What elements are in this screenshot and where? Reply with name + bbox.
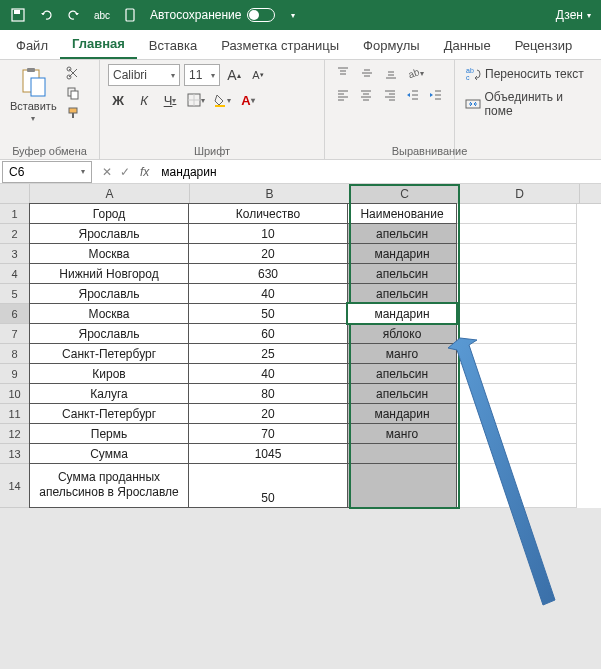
align-bottom-button[interactable] [381,64,401,82]
cell[interactable]: 1045 [188,443,348,464]
copy-button[interactable] [63,84,83,102]
wrap-text-button[interactable]: abc Переносить текст [463,64,593,84]
cell[interactable]: 20 [188,403,348,424]
align-center-button[interactable] [356,86,375,104]
toggle-switch-icon[interactable] [247,8,275,22]
user-menu[interactable]: Дзен ▾ [556,8,591,22]
cell[interactable]: Ярославль [29,323,189,344]
cell[interactable]: Наименование [347,203,457,224]
fill-color-button[interactable]: ▾ [212,90,232,110]
fx-icon[interactable]: fx [140,165,149,179]
cell[interactable]: Санкт-Петербург [29,343,189,364]
cell[interactable]: апельсин [347,283,457,304]
row-header[interactable]: 1 [0,204,30,224]
cell[interactable]: Москва [29,303,189,324]
column-header-a[interactable]: A [30,184,190,203]
cell[interactable] [457,364,577,384]
increase-font-button[interactable]: A▴ [224,65,244,85]
cell[interactable]: мандарин [347,243,457,264]
cell[interactable] [457,244,577,264]
cell[interactable]: 20 [188,243,348,264]
cell[interactable]: 25 [188,343,348,364]
italic-button[interactable]: К [134,90,154,110]
tab-review[interactable]: Рецензир [503,32,585,59]
cell[interactable]: 40 [188,363,348,384]
orientation-button[interactable]: ab▾ [405,64,425,82]
underline-button[interactable]: Ч ▾ [160,90,180,110]
align-top-button[interactable] [333,64,353,82]
format-painter-button[interactable] [63,104,83,122]
cell[interactable]: апельсин [347,363,457,384]
row-header[interactable]: 5 [0,284,30,304]
save-icon[interactable] [10,7,26,23]
cell[interactable]: яблоко [347,323,457,344]
redo-icon[interactable] [66,7,82,23]
row-header[interactable]: 14 [0,464,30,508]
cell[interactable] [457,204,577,224]
cell[interactable] [347,443,457,464]
row-header[interactable]: 7 [0,324,30,344]
font-size-select[interactable]: 11▾ [184,64,220,86]
increase-indent-button[interactable] [427,86,446,104]
cell[interactable] [457,344,577,364]
cell[interactable]: Санкт-Петербург [29,403,189,424]
row-header[interactable]: 11 [0,404,30,424]
formula-input[interactable]: мандарин [157,165,601,179]
cell[interactable] [457,264,577,284]
cell[interactable]: апельсин [347,263,457,284]
border-button[interactable]: ▾ [186,90,206,110]
paste-button[interactable]: Вставить ▾ [8,64,59,125]
cell[interactable]: Сумма проданных апельсинов в Ярославле [29,463,189,508]
column-header-b[interactable]: B [190,184,350,203]
cell[interactable] [457,424,577,444]
cell[interactable] [457,464,577,508]
align-right-button[interactable] [380,86,399,104]
chevron-down-icon[interactable]: ▾ [291,11,295,20]
cell[interactable]: Нижний Новгород [29,263,189,284]
cell[interactable]: 50 [188,303,348,324]
decrease-indent-button[interactable] [403,86,422,104]
decrease-font-button[interactable]: A▾ [248,65,268,85]
cell[interactable] [457,444,577,464]
cell[interactable]: 50 [188,463,348,508]
font-name-select[interactable]: Calibri▾ [108,64,180,86]
cell[interactable] [347,463,457,508]
tab-home[interactable]: Главная [60,30,137,59]
row-header[interactable]: 4 [0,264,30,284]
cell[interactable] [457,304,577,324]
cell[interactable] [457,284,577,304]
cell[interactable]: 630 [188,263,348,284]
cell[interactable]: 10 [188,223,348,244]
cell[interactable]: Киров [29,363,189,384]
autosave-toggle[interactable]: Автосохранение ▾ [150,8,295,22]
name-box[interactable]: C6▾ [2,161,92,183]
row-header[interactable]: 8 [0,344,30,364]
tab-file[interactable]: Файл [4,32,60,59]
cell[interactable]: Количество [188,203,348,224]
confirm-icon[interactable]: ✓ [120,165,130,179]
row-header[interactable]: 12 [0,424,30,444]
cell[interactable]: Калуга [29,383,189,404]
bold-button[interactable]: Ж [108,90,128,110]
cell[interactable]: 70 [188,423,348,444]
tab-formulas[interactable]: Формулы [351,32,432,59]
cell[interactable]: Москва [29,243,189,264]
row-header[interactable]: 9 [0,364,30,384]
cell[interactable] [457,324,577,344]
cell[interactable]: манго [347,423,457,444]
touch-icon[interactable] [122,7,138,23]
tab-data[interactable]: Данные [432,32,503,59]
cell[interactable]: манго [347,343,457,364]
spellcheck-icon[interactable]: abc [94,7,110,23]
cell[interactable]: 40 [188,283,348,304]
cell[interactable]: апельсин [347,223,457,244]
cell[interactable]: Ярославль [29,223,189,244]
column-header-d[interactable]: D [460,184,580,203]
cell[interactable]: Город [29,203,189,224]
undo-icon[interactable] [38,7,54,23]
align-middle-button[interactable] [357,64,377,82]
row-header[interactable]: 13 [0,444,30,464]
cell[interactable] [457,384,577,404]
cell[interactable]: апельсин [347,383,457,404]
column-header-c[interactable]: C [350,184,460,203]
